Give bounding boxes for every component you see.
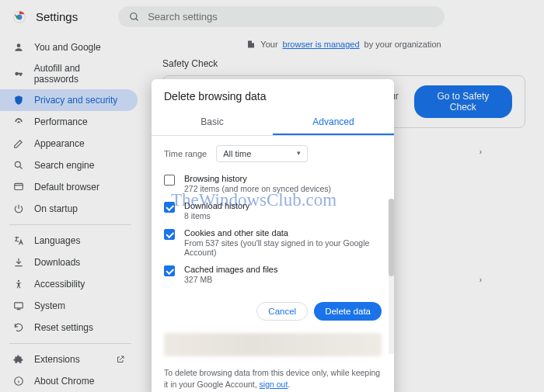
- checkbox[interactable]: [164, 175, 175, 186]
- checkbox[interactable]: [164, 265, 175, 276]
- option-title: Cookies and other site data: [184, 228, 386, 238]
- option-subtitle: 8 items: [184, 211, 249, 220]
- option-subtitle: 272 items (and more on synced devices): [184, 184, 331, 193]
- option-row: Cookies and other site dataFrom 537 site…: [164, 224, 386, 261]
- tab-basic[interactable]: Basic: [152, 110, 273, 135]
- scrollbar[interactable]: [389, 199, 394, 354]
- cancel-button[interactable]: Cancel: [256, 302, 308, 321]
- option-row: Cached images and files327 MB: [164, 261, 386, 288]
- delete-data-button[interactable]: Delete data: [314, 302, 382, 321]
- dialog-footer: To delete browsing data from this device…: [152, 363, 394, 392]
- scroll-thumb[interactable]: [389, 199, 394, 276]
- dialog-title: Delete browsing data: [152, 79, 394, 110]
- time-range-label: Time range: [164, 149, 207, 158]
- delete-browsing-data-dialog: Delete browsing data Basic Advanced Time…: [152, 79, 394, 392]
- tab-advanced[interactable]: Advanced: [273, 110, 394, 135]
- option-subtitle: From 537 sites (you'll stay signed in to…: [184, 238, 386, 257]
- checkbox[interactable]: [164, 202, 175, 213]
- options-list: Browsing history272 items (and more on s…: [152, 165, 394, 293]
- checkbox[interactable]: [164, 229, 175, 240]
- option-row: Download history8 items: [164, 197, 386, 224]
- option-subtitle: 327 MB: [184, 275, 277, 284]
- dialog-tabs: Basic Advanced: [152, 110, 394, 136]
- option-title: Browsing history: [184, 174, 331, 183]
- option-row: Browsing history272 items (and more on s…: [164, 170, 386, 197]
- option-title: Cached images and files: [184, 265, 277, 274]
- sign-out-link[interactable]: sign out: [260, 380, 288, 389]
- time-range-select[interactable]: All time: [216, 145, 308, 162]
- profile-preview: [164, 333, 382, 356]
- option-title: Download history: [184, 201, 249, 210]
